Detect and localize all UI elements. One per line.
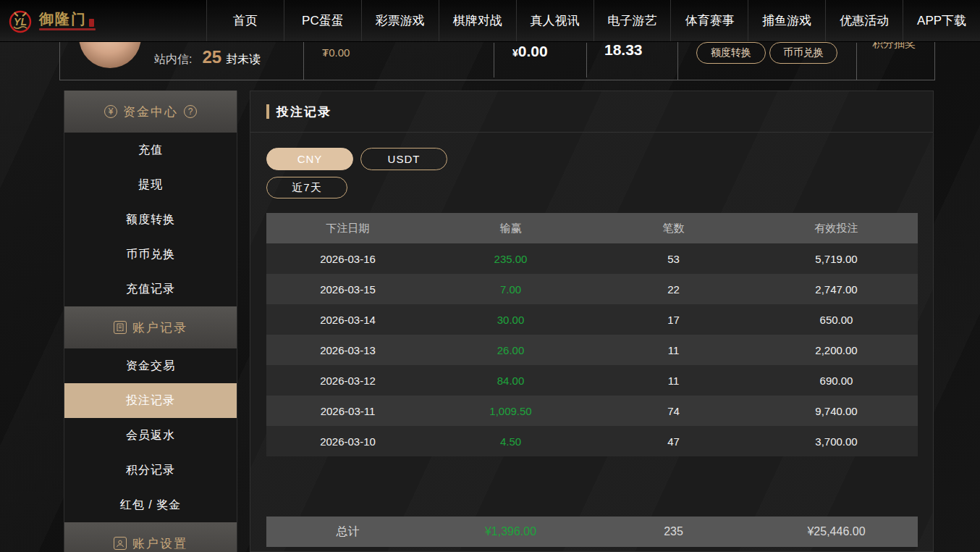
inbox-unread-suffix: 封未读 bbox=[226, 52, 261, 67]
sidebar-item-bet-records[interactable]: 投注记录 bbox=[64, 383, 237, 418]
points-balance: 18.33 bbox=[604, 41, 643, 59]
person-icon bbox=[114, 537, 127, 550]
sidebar-section-label: 资金中心 bbox=[123, 104, 178, 120]
total-count: 235 bbox=[592, 525, 755, 538]
nav-item-pcdd[interactable]: PC蛋蛋 bbox=[284, 0, 361, 41]
nav-item-live[interactable]: 真人视讯 bbox=[516, 0, 594, 41]
bet-records-table: 下注日期 输赢 笔数 有效投注 2026-03-16 235.00 53 5,7… bbox=[266, 213, 918, 456]
total-label: 总计 bbox=[266, 524, 429, 540]
dragon-monogram-icon: YL bbox=[7, 8, 33, 34]
cell-valid: 5,719.00 bbox=[755, 253, 918, 265]
sidebar-item-quota-transfer[interactable]: 额度转换 bbox=[64, 202, 237, 237]
cell-date: 2026-03-13 bbox=[266, 344, 429, 356]
sidebar-item-member-rebate[interactable]: 会员返水 bbox=[64, 418, 237, 453]
table-row: 2026-03-12 84.00 11 690.00 bbox=[266, 365, 918, 396]
sidebar-item-coin-exchange[interactable]: 币币兑换 bbox=[64, 237, 237, 272]
sidebar-item-points-records[interactable]: 积分记录 bbox=[64, 453, 237, 488]
cell-valid: 690.00 bbox=[755, 375, 918, 387]
nav-item-promotions[interactable]: 优惠活动 bbox=[825, 0, 903, 41]
col-header-bet-date: 下注日期 bbox=[266, 222, 429, 235]
divider bbox=[586, 43, 587, 78]
brand-name: 御隆门 bbox=[39, 11, 87, 27]
date-filter-last7days[interactable]: 近7天 bbox=[266, 177, 347, 198]
sidebar-item-redpacket-bonus[interactable]: 红包 / 奖金 bbox=[64, 488, 237, 522]
cell-date: 2026-03-14 bbox=[266, 314, 429, 326]
cell-count: 47 bbox=[592, 435, 755, 448]
divider bbox=[856, 43, 857, 80]
nav-item-sports[interactable]: 体育赛事 bbox=[670, 0, 748, 41]
cell-count: 11 bbox=[592, 344, 755, 356]
col-header-valid-bets: 有效投注 bbox=[755, 222, 918, 235]
sidebar-section-label: 账户设置 bbox=[132, 535, 187, 552]
cell-win-loss: 26.00 bbox=[429, 344, 592, 356]
top-nav: YL 御隆门 首页 PC蛋蛋 彩票游戏 棋牌对战 真人视讯 电子游艺 体育赛事 … bbox=[0, 0, 980, 42]
quota-transfer-button[interactable]: 额度转换 bbox=[696, 42, 766, 64]
cell-win-loss: 7.00 bbox=[429, 283, 592, 296]
cny-amount: 0.00 bbox=[518, 43, 548, 60]
nav-item-lottery[interactable]: 彩票游戏 bbox=[361, 0, 439, 41]
cell-date: 2026-03-10 bbox=[266, 435, 429, 448]
currency-tab-cny[interactable]: CNY bbox=[266, 148, 353, 170]
cell-valid: 9,740.00 bbox=[755, 405, 918, 417]
svg-text:YL: YL bbox=[14, 16, 27, 28]
receipt-icon bbox=[114, 321, 127, 334]
yuan-symbol: ¥ bbox=[512, 47, 518, 59]
sidebar-section-account-settings[interactable]: 账户设置 bbox=[64, 522, 237, 552]
total-win-loss: ¥1,396.00 bbox=[429, 525, 592, 538]
brand-logo[interactable]: YL 御隆门 bbox=[0, 0, 206, 41]
cell-valid: 2,200.00 bbox=[755, 344, 918, 356]
cell-date: 2026-03-12 bbox=[266, 375, 429, 387]
main-panel: 投注记录 CNY USDT 近7天 下注日期 输赢 笔数 有效投注 2026-0… bbox=[250, 91, 934, 552]
yen-circle-icon: ¥ bbox=[104, 105, 117, 118]
cell-win-loss: 84.00 bbox=[429, 375, 592, 387]
sidebar-item-fund-transactions[interactable]: 资金交易 bbox=[64, 348, 237, 383]
nav-item-app-download[interactable]: APP下载 bbox=[903, 0, 980, 41]
usdt-balance: ₮0.00 bbox=[322, 46, 350, 59]
inbox-link[interactable]: 站内信: 25 封未读 bbox=[154, 47, 261, 67]
cell-count: 74 bbox=[592, 405, 755, 417]
cell-valid: 650.00 bbox=[755, 314, 918, 326]
seal-stamp-icon bbox=[89, 19, 94, 27]
sidebar-section-funds-center[interactable]: ¥ 资金中心 ? bbox=[64, 91, 237, 133]
sidebar-item-deposit-records[interactable]: 充值记录 bbox=[64, 272, 237, 306]
title-accent-bar bbox=[266, 104, 269, 119]
cell-win-loss: 30.00 bbox=[429, 314, 592, 326]
divider bbox=[494, 43, 494, 78]
page: YL 御隆门 首页 PC蛋蛋 彩票游戏 棋牌对战 真人视讯 电子游艺 体育赛事 … bbox=[0, 0, 980, 552]
nav-item-boardgames[interactable]: 棋牌对战 bbox=[439, 0, 516, 41]
coin-exchange-button[interactable]: 币币兑换 bbox=[769, 42, 837, 64]
panel-header: 投注记录 bbox=[250, 91, 933, 133]
cell-count: 11 bbox=[592, 375, 755, 387]
sidebar-item-withdraw[interactable]: 提现 bbox=[64, 167, 237, 202]
brand-tagline bbox=[39, 28, 96, 30]
table-header-row: 下注日期 输赢 笔数 有效投注 bbox=[266, 213, 918, 243]
total-valid: ¥25,446.00 bbox=[755, 525, 918, 538]
question-circle-icon: ? bbox=[184, 105, 197, 118]
page-title: 投注记录 bbox=[276, 104, 331, 120]
col-header-bet-count: 笔数 bbox=[592, 222, 755, 235]
cell-date: 2026-03-15 bbox=[266, 283, 429, 296]
currency-tab-usdt[interactable]: USDT bbox=[360, 148, 447, 170]
nav-item-slots[interactable]: 电子游艺 bbox=[594, 0, 671, 41]
cell-valid: 2,747.00 bbox=[755, 283, 918, 296]
cell-count: 17 bbox=[592, 314, 755, 326]
cell-win-loss: 1,009.50 bbox=[429, 405, 592, 417]
inbox-label: 站内信: bbox=[154, 52, 192, 67]
brand-text: 御隆门 bbox=[39, 11, 96, 30]
table-row: 2026-03-14 30.00 17 650.00 bbox=[266, 304, 918, 335]
cell-count: 22 bbox=[592, 283, 755, 296]
sidebar-item-deposit[interactable]: 充值 bbox=[64, 133, 237, 167]
table-row: 2026-03-11 1,009.50 74 9,740.00 bbox=[266, 396, 918, 426]
cell-valid: 3,700.00 bbox=[755, 435, 918, 448]
nav-item-fishing[interactable]: 捕鱼游戏 bbox=[748, 0, 825, 41]
table-row: 2026-03-16 235.00 53 5,719.00 bbox=[266, 243, 918, 274]
table-row: 2026-03-15 7.00 22 2,747.00 bbox=[266, 274, 918, 304]
table-row: 2026-03-10 4.50 47 3,700.00 bbox=[266, 426, 918, 456]
cell-win-loss: 4.50 bbox=[429, 435, 592, 448]
col-header-win-loss: 输赢 bbox=[429, 222, 592, 235]
sidebar-section-account-records[interactable]: 账户记录 bbox=[64, 306, 237, 348]
nav-item-home[interactable]: 首页 bbox=[206, 0, 284, 41]
cny-balance: ¥ 0.00 bbox=[512, 43, 548, 60]
cell-count: 53 bbox=[592, 253, 755, 265]
sidebar-section-label: 账户记录 bbox=[132, 319, 187, 336]
